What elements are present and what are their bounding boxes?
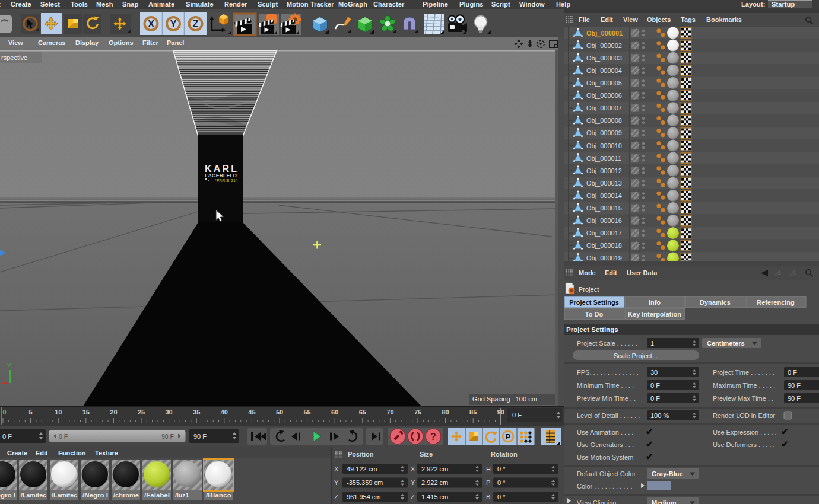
svg-text:Obj_000008: Obj_000008	[586, 117, 622, 124]
svg-text:To Do: To Do	[585, 311, 604, 318]
svg-text:0: 0	[2, 409, 6, 416]
svg-text:Size: Size	[420, 451, 433, 458]
svg-text:Z: Z	[193, 19, 199, 29]
svg-text:Obj_000003: Obj_000003	[586, 55, 622, 62]
svg-text:Obj_000015: Obj_000015	[586, 205, 622, 212]
svg-text:✔: ✔	[781, 439, 789, 449]
svg-text:0 °: 0 °	[497, 493, 506, 500]
svg-text:90 F: 90 F	[193, 433, 207, 440]
svg-text:P: P	[486, 479, 490, 486]
svg-text:Referencing: Referencing	[757, 299, 795, 306]
svg-text:/Lamitec: /Lamitec	[52, 492, 77, 499]
svg-text:Key Interpolation: Key Interpolation	[628, 311, 681, 318]
svg-text:Mode: Mode	[579, 269, 596, 276]
svg-text:View Clipping . . . . .: View Clipping . . . . .	[577, 499, 634, 504]
svg-text:Bookmarks: Bookmarks	[706, 16, 742, 23]
svg-text:Minimum Time . . . .: Minimum Time . . . .	[577, 382, 634, 389]
svg-text:80: 80	[442, 409, 449, 416]
svg-text:H: H	[486, 465, 491, 473]
svg-text:Y: Y	[334, 479, 339, 486]
svg-text:Position: Position	[348, 451, 374, 458]
svg-text:90 F: 90 F	[788, 382, 801, 389]
svg-text:65: 65	[359, 409, 366, 416]
svg-text:Obj_000011: Obj_000011	[586, 155, 621, 162]
svg-text:*PARIS 21*: *PARIS 21*	[215, 178, 237, 183]
svg-text:Obj_000019: Obj_000019	[586, 254, 622, 261]
svg-text:?: ?	[430, 432, 436, 442]
svg-text:Y: Y	[170, 19, 177, 29]
svg-text:/chrome: /chrome	[113, 492, 139, 499]
svg-text:FPS. . . . . . . . . . . . . .: FPS. . . . . . . . . . . . . .	[577, 369, 639, 376]
svg-text:Create: Create	[7, 449, 27, 457]
svg-text:Obj_000006: Obj_000006	[586, 92, 622, 99]
svg-text:0 °: 0 °	[497, 465, 506, 473]
svg-text:Render LOD in Editor: Render LOD in Editor	[713, 412, 775, 419]
svg-text:File: File	[579, 16, 590, 23]
svg-text:/Lamitec: /Lamitec	[21, 492, 46, 499]
svg-text:Use Motion System: Use Motion System	[577, 454, 633, 461]
svg-text:Obj_000005: Obj_000005	[586, 79, 622, 87]
svg-text:/Blanco: /Blanco	[206, 492, 231, 499]
svg-text:90: 90	[497, 409, 504, 416]
svg-text:10: 10	[55, 409, 62, 416]
svg-text:Level of Detail . . . . . .: Level of Detail . . . . . .	[577, 412, 640, 419]
svg-text:User Data: User Data	[627, 269, 658, 276]
svg-text:2.922 cm: 2.922 cm	[421, 465, 448, 473]
svg-text:Scale Project...: Scale Project...	[614, 352, 658, 359]
svg-text:Obj_000001: Obj_000001	[586, 30, 623, 37]
svg-text:X: X	[334, 465, 339, 473]
svg-text:Project Time . . . . . . .: Project Time . . . . . . .	[713, 369, 774, 376]
svg-text:75: 75	[414, 409, 421, 416]
svg-text:Function: Function	[58, 449, 86, 457]
svg-text:0 F: 0 F	[59, 433, 68, 440]
svg-text:85: 85	[469, 409, 477, 416]
svg-text:✔: ✔	[646, 439, 653, 449]
svg-text:Preview Max Time . .: Preview Max Time . .	[713, 395, 773, 402]
svg-text:✔: ✔	[781, 426, 789, 436]
svg-text:70: 70	[386, 409, 393, 416]
svg-text:Obj_000010: Obj_000010	[586, 142, 622, 149]
svg-text:Project Scale . . . . . .: Project Scale . . . . . .	[577, 340, 637, 347]
svg-text:60: 60	[331, 409, 338, 416]
svg-text:X: X	[148, 19, 154, 29]
svg-text:0 F: 0 F	[788, 369, 797, 376]
svg-text:20: 20	[110, 409, 117, 416]
svg-text:/Falabel: /Falabel	[144, 492, 170, 499]
svg-text:/Negro l: /Negro l	[82, 492, 108, 499]
svg-text:Use Animation . . . .: Use Animation . . . .	[577, 429, 633, 436]
svg-text:5: 5	[29, 409, 33, 416]
svg-text:Use Expression . . . . .: Use Expression . . . . .	[713, 429, 777, 436]
svg-text:Obj_000002: Obj_000002	[586, 42, 622, 49]
svg-text:100 %: 100 %	[650, 412, 669, 419]
svg-text:Centimeters: Centimeters	[707, 340, 745, 347]
svg-text:Obj_000012: Obj_000012	[586, 167, 622, 174]
svg-text:Edit: Edit	[36, 449, 48, 457]
svg-text:1.415 cm: 1.415 cm	[421, 493, 448, 500]
svg-text:Edit: Edit	[601, 16, 613, 23]
svg-text:0 F: 0 F	[2, 433, 12, 440]
svg-text:Use Generators . . .: Use Generators . . .	[577, 441, 634, 448]
svg-text:49.122 cm: 49.122 cm	[347, 465, 377, 473]
svg-text:Obj_000016: Obj_000016	[586, 217, 622, 224]
svg-text:Obj_000007: Obj_000007	[586, 104, 622, 111]
svg-text:25: 25	[138, 409, 145, 416]
svg-text:Z: Z	[411, 493, 415, 500]
svg-text:45: 45	[248, 409, 255, 416]
svg-text:90 F: 90 F	[161, 433, 174, 440]
svg-text:30: 30	[650, 369, 658, 376]
svg-text:Rotation: Rotation	[491, 451, 518, 458]
svg-text:Obj_000017: Obj_000017	[586, 229, 622, 237]
svg-text:Tags: Tags	[681, 16, 696, 23]
svg-text:Grid Spacing : 100 cm: Grid Spacing : 100 cm	[472, 395, 537, 403]
svg-text:✔: ✔	[646, 451, 653, 461]
svg-text:30: 30	[165, 409, 172, 416]
svg-text:Info: Info	[649, 299, 661, 306]
svg-text:Dynamics: Dynamics	[700, 299, 731, 306]
svg-text:Obj_000009: Obj_000009	[586, 129, 622, 136]
svg-text:Obj_000014: Obj_000014	[586, 192, 622, 199]
svg-text:2.922 cm: 2.922 cm	[421, 479, 448, 486]
svg-text:Obj_000004: Obj_000004	[586, 67, 622, 74]
svg-text:Objects: Objects	[647, 16, 671, 23]
svg-text:Gray-Blue: Gray-Blue	[652, 470, 683, 477]
svg-text:Edit: Edit	[605, 269, 617, 276]
